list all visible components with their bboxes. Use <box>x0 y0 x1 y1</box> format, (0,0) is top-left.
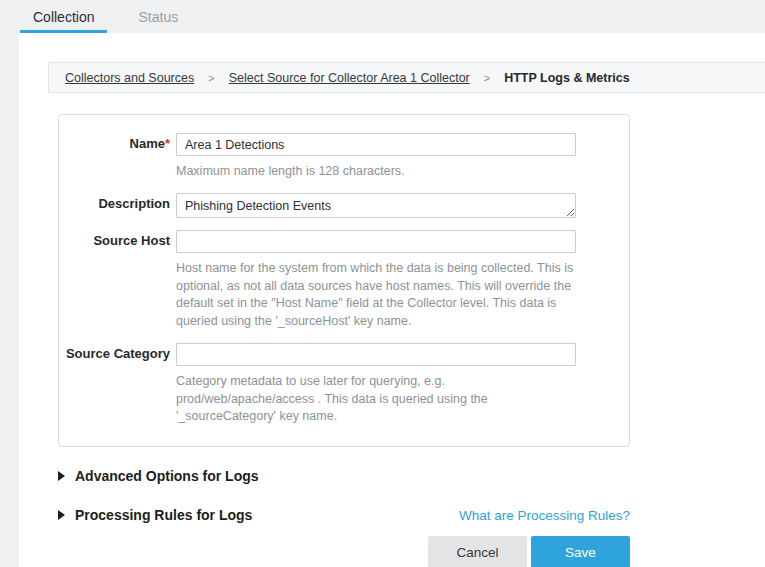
tab-collection[interactable]: Collection <box>20 0 107 33</box>
description-textarea[interactable]: Phishing Detection Events <box>176 193 576 218</box>
source-category-field-row: Source Category Category metadata to use… <box>59 343 580 426</box>
cancel-button[interactable]: Cancel <box>428 536 527 567</box>
advanced-options-title: Advanced Options for Logs <box>75 468 259 484</box>
breadcrumb-select-source[interactable]: Select Source for Collector Area 1 Colle… <box>229 71 470 85</box>
source-config-form: Name* Maximum name length is 128 charact… <box>58 114 630 447</box>
source-category-hint: Category metadata to use later for query… <box>176 373 578 426</box>
screen: Collection Status Collectors and Sources… <box>0 0 765 567</box>
tab-bar: Collection Status <box>0 0 765 33</box>
name-field-row: Name* Maximum name length is 128 charact… <box>59 133 580 181</box>
name-label: Name* <box>59 133 176 181</box>
chevron-right-icon <box>58 471 65 481</box>
breadcrumb-separator-icon: > <box>208 72 214 84</box>
required-asterisk: * <box>165 136 170 151</box>
form-actions: Cancel Save <box>58 536 630 567</box>
source-host-label: Source Host <box>59 230 176 331</box>
name-input[interactable] <box>176 133 576 156</box>
processing-rules-section-toggle[interactable]: Processing Rules for Logs <box>58 507 252 523</box>
breadcrumb: Collectors and Sources > Select Source f… <box>48 62 765 93</box>
source-host-hint: Host name for the system from which the … <box>176 260 578 331</box>
breadcrumb-current-page: HTTP Logs & Metrics <box>504 71 629 85</box>
tab-collection-label: Collection <box>33 9 94 25</box>
source-category-label: Source Category <box>59 343 176 426</box>
name-hint: Maximum name length is 128 characters. <box>176 163 578 181</box>
tab-status-label: Status <box>138 9 178 25</box>
what-are-processing-rules-link[interactable]: What are Processing Rules? <box>459 508 630 523</box>
source-host-field-row: Source Host Host name for the system fro… <box>59 230 580 331</box>
advanced-options-section-toggle[interactable]: Advanced Options for Logs <box>58 468 630 484</box>
processing-rules-title: Processing Rules for Logs <box>75 507 252 523</box>
chevron-right-icon <box>58 510 65 520</box>
source-host-input[interactable] <box>176 230 576 253</box>
breadcrumb-collectors-and-sources[interactable]: Collectors and Sources <box>65 71 194 85</box>
collapsible-sections: Advanced Options for Logs Processing Rul… <box>58 468 630 567</box>
tab-status[interactable]: Status <box>125 0 191 33</box>
main-panel: Collectors and Sources > Select Source f… <box>19 33 765 567</box>
breadcrumb-separator-icon: > <box>484 72 490 84</box>
description-field-row: Description Phishing Detection Events <box>59 193 580 218</box>
source-category-input[interactable] <box>176 343 576 366</box>
description-label: Description <box>59 193 176 218</box>
save-button[interactable]: Save <box>531 536 630 567</box>
